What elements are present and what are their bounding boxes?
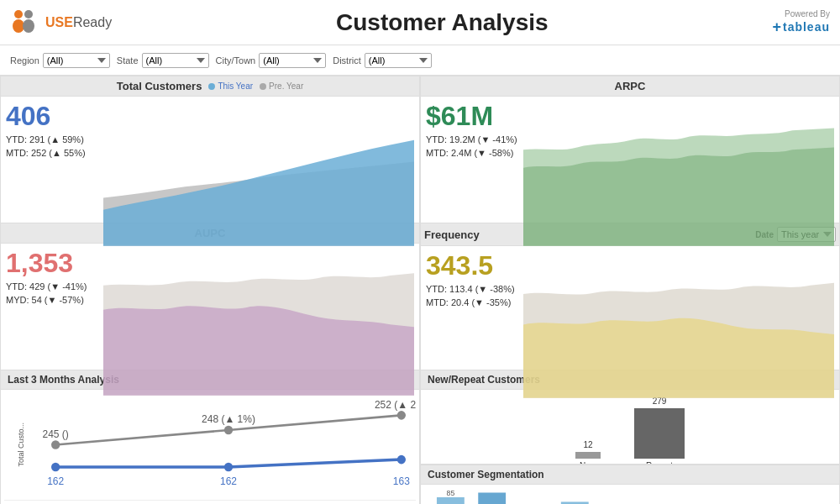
total-customers-svg [103, 102, 414, 246]
city-label: City/Town [216, 55, 256, 66]
arpc-chart-label: ARPC [4, 501, 38, 504]
logo-icon [10, 8, 40, 38]
aupc-svg [103, 249, 414, 396]
filters-bar: Region (All) State (All) City/Town (All)… [0, 45, 840, 76]
customer-seg-header: Customer Segmentation [421, 465, 839, 485]
dashboard: USEReady Customer Analysis Powered By + … [0, 0, 840, 504]
arpc-number: $61M [426, 102, 518, 131]
aupc-number: 1,353 [6, 249, 98, 278]
aupc-chart [103, 249, 414, 396]
aupc-myd: MYD: 54 (▼ -57%) [6, 295, 98, 305]
svg-text:245 (): 245 () [42, 428, 68, 440]
total-customers-header: Total Customers This Year Pre. Year [1, 76, 419, 97]
region-filter: Region (All) [10, 53, 110, 68]
total-cust-label: Total Custo... [4, 393, 38, 496]
total-cust-chart-area: 245 () 248 (▲ 1%) 252 (▲ 2%) 162 162 163 [41, 393, 416, 496]
total-customers-title: Total Customers [117, 80, 202, 92]
new-value: 12 [583, 440, 592, 449]
state-filter: State (All) [117, 53, 209, 68]
arpc-ytd: YTD: 19.2M (▼ -41%) [426, 134, 518, 144]
svg-text:163: 163 [393, 475, 410, 487]
svg-text:162: 162 [220, 475, 237, 487]
repeat-bar [634, 408, 685, 459]
frequency-ytd: YTD: 113.4 (▼ -38%) [426, 284, 518, 294]
svg-text:162: 162 [47, 475, 64, 487]
header: USEReady Customer Analysis Powered By + … [0, 0, 840, 45]
repeat-group: 279 Repeat [634, 396, 685, 465]
total-customers-mtd: MTD: 252 (▲ 55%) [6, 148, 98, 158]
new-bar [575, 452, 601, 459]
customer-seg-card: Customer Segmentation 85 [420, 465, 840, 504]
logo-text: USEReady [45, 15, 112, 30]
new-repeat-body: 12 New 279 Repeat [421, 390, 839, 465]
legend-pre-year: Pre. Year [260, 81, 303, 91]
svg-point-2 [24, 10, 33, 18]
svg-point-9 [397, 455, 406, 465]
frequency-chart [523, 251, 834, 398]
legend-dot-this-year [208, 83, 215, 90]
last3months-body: Total Custo... [1, 390, 419, 504]
region-select[interactable]: (All) [43, 53, 110, 68]
customer-seg-body: 85 [421, 485, 839, 504]
svg-text:85: 85 [447, 488, 455, 496]
frequency-mtd: MTD: 20.4 (▼ -35%) [426, 297, 518, 307]
total-customers-number: 406 [6, 102, 98, 131]
arpc-svg [523, 102, 834, 246]
svg-point-5 [224, 426, 233, 435]
arpc-mtd: MTD: 2.4M (▼ -58%) [426, 148, 518, 158]
city-filter: City/Town (All) [216, 53, 327, 68]
district-select[interactable]: (All) [365, 53, 432, 68]
arpc-chart-row: ARPC [4, 500, 416, 504]
total-customers-ytd: YTD: 291 (▲ 59%) [6, 134, 98, 144]
frequency-number: 343.5 [426, 251, 518, 281]
svg-point-4 [51, 440, 60, 449]
powered-by-area: Powered By + tableau [772, 9, 830, 36]
new-group: 12 New [575, 440, 601, 465]
city-select[interactable]: (All) [259, 53, 326, 68]
district-label: District [333, 55, 361, 66]
page-title: Customer Analysis [112, 9, 772, 36]
svg-point-1 [13, 19, 24, 33]
arpc-chart [523, 102, 834, 246]
svg-point-6 [397, 411, 406, 420]
svg-point-8 [224, 463, 233, 472]
total-customers-chart [103, 102, 414, 246]
svg-point-7 [51, 463, 60, 472]
kpi-row-1: Total Customers This Year Pre. Year 406 [0, 76, 840, 223]
legend-dot-pre-year [260, 83, 266, 90]
region-label: Region [10, 55, 39, 66]
legend-this-year: This Year [208, 81, 253, 91]
frequency-title: Frequency [424, 228, 480, 241]
legend-pre-year-label: Pre. Year [269, 81, 303, 91]
svg-text:248 (▲ 1%): 248 (▲ 1%) [202, 413, 255, 425]
arpc-title: ARPC [615, 80, 646, 92]
main-content: Total Customers This Year Pre. Year 406 [0, 76, 840, 504]
arpc-chart-area: 6,379K 6,561K 5,679K 4,269K () 3,841K (▼… [41, 501, 416, 504]
powered-by-label: Powered By [772, 9, 830, 18]
legend-this-year-label: This Year [218, 81, 253, 91]
state-select[interactable]: (All) [142, 53, 209, 68]
frequency-svg [523, 251, 834, 398]
logo-area: USEReady [10, 8, 112, 38]
arpc-chart-svg: 6,379K 6,561K 5,679K 4,269K () 3,841K (▼… [41, 501, 416, 504]
svg-text:252 (▲ 2%): 252 (▲ 2%) [375, 398, 416, 410]
aupc-ytd: YTD: 429 (▼ -41%) [6, 281, 98, 291]
customer-seg-svg: 85 [428, 488, 832, 504]
svg-point-0 [14, 10, 23, 18]
tableau-logo: + tableau [772, 18, 830, 36]
district-filter: District (All) [333, 53, 432, 68]
svg-rect-26 [437, 497, 465, 504]
arpc-header: ARPC [421, 76, 839, 97]
state-label: State [117, 55, 139, 66]
svg-rect-27 [478, 492, 506, 504]
total-cust-svg: 245 () 248 (▲ 1%) 252 (▲ 2%) 162 162 163 [41, 393, 416, 496]
total-cust-chart-row: Total Custo... [4, 393, 416, 496]
svg-point-3 [23, 19, 34, 33]
